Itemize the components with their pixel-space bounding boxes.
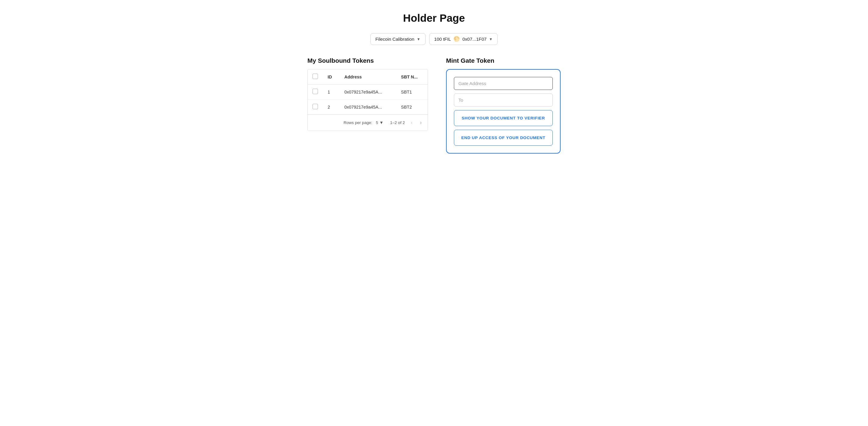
table-header-sbt: SBT N... (396, 69, 428, 84)
header-controls: Filecoin Calibration ▼ 100 tFIL 🌕 0x07..… (259, 33, 609, 45)
sbt-table-wrapper: ID Address SBT N... 1 0x079217e9a45A... … (307, 69, 428, 131)
table-header-row: ID Address SBT N... (308, 69, 428, 84)
chevron-down-icon: ▼ (379, 120, 383, 125)
gate-address-input[interactable] (454, 77, 553, 90)
sbt-section: My Soulbound Tokens ID Address SBT N... (307, 57, 428, 131)
row-sbt: SBT1 (396, 84, 428, 100)
rows-per-page-value: 5 (376, 120, 378, 125)
rows-per-page-label: Rows per page: (344, 120, 372, 125)
sbt-table: ID Address SBT N... 1 0x079217e9a45A... … (308, 69, 428, 114)
mint-section: Mint Gate Token SHOW YOUR DOCUMENT TO VE… (446, 57, 561, 153)
select-all-checkbox[interactable] (313, 74, 318, 79)
row-id: 1 (323, 84, 340, 100)
pagination-info: 1–2 of 2 (390, 120, 405, 125)
end-access-button[interactable]: END UP ACCESS OF YOUR DOCUMENT (454, 130, 553, 146)
table-header-checkbox (308, 69, 323, 84)
table-header-address: Address (340, 69, 396, 84)
row-checkbox-cell (308, 84, 323, 100)
show-document-button[interactable]: SHOW YOUR DOCUMENT TO VERIFIER (454, 110, 553, 126)
wallet-avatar: 🌕 (453, 36, 460, 42)
table-row: 1 0x079217e9a45A... SBT1 (308, 84, 428, 100)
row-id: 2 (323, 100, 340, 115)
row-address: 0x079217e9a45A... (340, 100, 396, 115)
chevron-down-icon: ▼ (417, 37, 421, 41)
mint-section-title: Mint Gate Token (446, 57, 561, 64)
table-footer: Rows per page: 5 ▼ 1–2 of 2 ‹ › (308, 114, 428, 131)
main-content: My Soulbound Tokens ID Address SBT N... (259, 57, 609, 153)
table-header-id: ID (323, 69, 340, 84)
row-sbt: SBT2 (396, 100, 428, 115)
sbt-section-title: My Soulbound Tokens (307, 57, 428, 64)
wallet-dropdown[interactable]: 100 tFIL 🌕 0x07...1F07 ▼ (429, 33, 498, 45)
pagination-prev-button[interactable]: ‹ (410, 118, 414, 127)
network-label: Filecoin Calibration (375, 36, 414, 41)
chevron-down-icon: ▼ (489, 37, 493, 41)
row-checkbox[interactable] (313, 89, 318, 94)
balance-label: 100 tFIL (434, 36, 451, 41)
table-row: 2 0x079217e9a45A... SBT2 (308, 100, 428, 115)
row-checkbox-cell (308, 100, 323, 115)
to-address-input[interactable] (454, 93, 553, 107)
page-title: Holder Page (259, 12, 609, 24)
row-checkbox[interactable] (313, 104, 318, 109)
wallet-address: 0x07...1F07 (462, 36, 487, 41)
rows-per-page-select[interactable]: 5 ▼ (374, 120, 385, 125)
row-address: 0x079217e9a45A... (340, 84, 396, 100)
rows-per-page: Rows per page: 5 ▼ (344, 120, 385, 125)
pagination-next-button[interactable]: › (418, 118, 423, 127)
mint-card: SHOW YOUR DOCUMENT TO VERIFIER END UP AC… (446, 69, 561, 153)
network-dropdown[interactable]: Filecoin Calibration ▼ (370, 33, 426, 45)
